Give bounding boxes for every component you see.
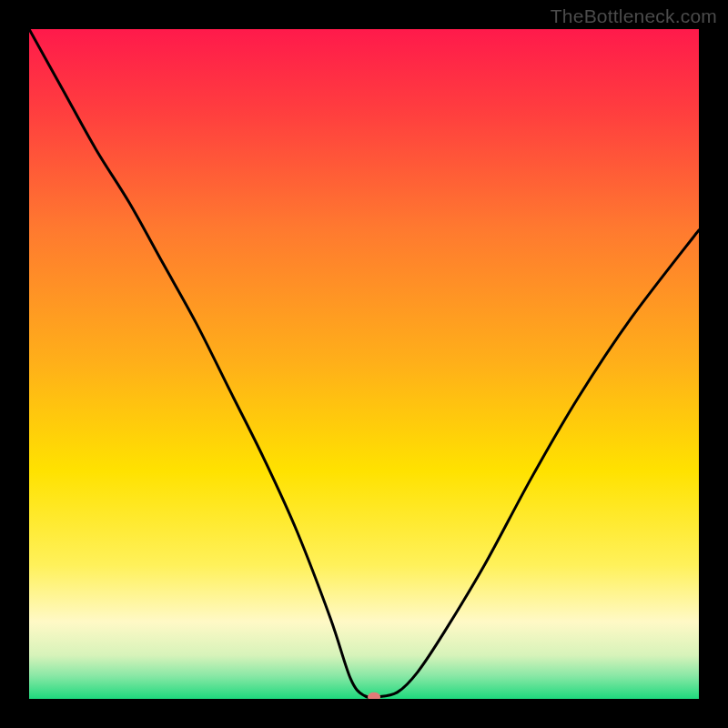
chart-frame: TheBottleneck.com bbox=[0, 0, 728, 728]
chart-svg bbox=[29, 29, 699, 699]
plot-area bbox=[29, 29, 699, 699]
watermark-text: TheBottleneck.com bbox=[551, 5, 717, 27]
